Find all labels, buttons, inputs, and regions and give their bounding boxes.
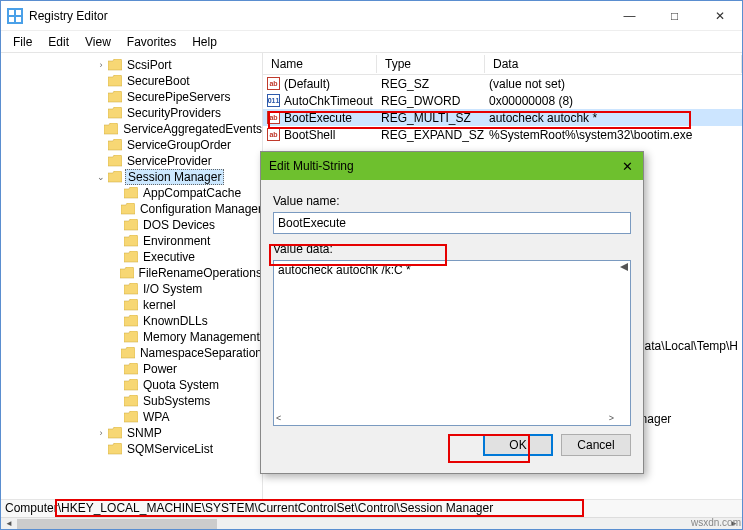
tree-item[interactable]: SecurityProviders	[1, 105, 262, 121]
tree-item[interactable]: Environment	[1, 233, 262, 249]
folder-icon	[123, 314, 139, 328]
col-type[interactable]: Type	[377, 55, 485, 73]
expand-icon[interactable]: ›	[95, 60, 107, 70]
value-icon: ab	[267, 111, 280, 124]
folder-icon	[123, 362, 139, 376]
tree-label: ScsiPort	[127, 58, 172, 72]
folder-icon	[107, 106, 123, 120]
folder-icon	[107, 170, 123, 184]
scroll-thumb[interactable]	[17, 519, 217, 529]
input-value-data[interactable]: autocheck autochk /k:C * < >	[273, 260, 631, 426]
tree-item[interactable]: DOS Devices	[1, 217, 262, 233]
tree-label: Session Manager	[125, 169, 224, 185]
value-name: (Default)	[284, 77, 330, 91]
value-type: REG_MULTI_SZ	[377, 111, 485, 125]
tree-item[interactable]: WPA	[1, 409, 262, 425]
tree-item[interactable]: ⌄Session Manager	[1, 169, 262, 185]
tree-item[interactable]: SecureBoot	[1, 73, 262, 89]
edit-multi-string-dialog: Edit Multi-String ✕ Value name: Value da…	[260, 151, 644, 474]
menubar: File Edit View Favorites Help	[1, 31, 742, 53]
folder-icon	[107, 58, 123, 72]
folder-icon	[123, 282, 139, 296]
col-name[interactable]: Name	[263, 55, 377, 73]
tree-item[interactable]: FileRenameOperations	[1, 265, 262, 281]
menu-favorites[interactable]: Favorites	[119, 33, 184, 51]
tree-item[interactable]: Memory Management	[1, 329, 262, 345]
value-type: REG_DWORD	[377, 94, 485, 108]
expand-icon[interactable]: ›	[95, 428, 107, 438]
tree-label: Power	[143, 362, 177, 376]
tree-item[interactable]: ServiceProvider	[1, 153, 262, 169]
folder-icon	[123, 394, 139, 408]
value-icon: 011	[267, 94, 280, 107]
list-row[interactable]: ab(Default)REG_SZ(value not set)	[263, 75, 742, 92]
tree-label: ServiceAggregatedEvents	[123, 122, 262, 136]
tree-item[interactable]: ServiceGroupOrder	[1, 137, 262, 153]
tree-label: SecurePipeServers	[127, 90, 230, 104]
scroll-left-icon[interactable]: ◄	[1, 518, 17, 530]
list-row[interactable]: abBootExecuteREG_MULTI_SZautocheck autoc…	[263, 109, 742, 126]
tree-item[interactable]: ›SNMP	[1, 425, 262, 441]
list-row[interactable]: 011AutoChkTimeoutREG_DWORD0x00000008 (8)	[263, 92, 742, 109]
folder-icon	[123, 186, 139, 200]
menu-edit[interactable]: Edit	[40, 33, 77, 51]
dialog-close-icon[interactable]: ✕	[619, 158, 635, 174]
tree-item[interactable]: AppCompatCache	[1, 185, 262, 201]
tree-label: Environment	[143, 234, 210, 248]
tree-label: DOS Devices	[143, 218, 215, 232]
tree-item[interactable]: KnownDLLs	[1, 313, 262, 329]
tree-label: KnownDLLs	[143, 314, 208, 328]
tree-label: SecurityProviders	[127, 106, 221, 120]
menu-view[interactable]: View	[77, 33, 119, 51]
tree-label: Configuration Manager	[140, 202, 262, 216]
dialog-title: Edit Multi-String	[269, 159, 619, 173]
tree-item[interactable]: SQMServiceList	[1, 441, 262, 457]
tree-item[interactable]: Power	[1, 361, 262, 377]
col-data[interactable]: Data	[485, 55, 742, 73]
ok-button[interactable]: OK	[483, 434, 553, 456]
tree-item[interactable]: SubSystems	[1, 393, 262, 409]
folder-icon	[120, 346, 136, 360]
folder-icon	[107, 90, 123, 104]
tree-item[interactable]: Configuration Manager	[1, 201, 262, 217]
tree-label: FileRenameOperations	[139, 266, 262, 280]
tree-label: NamespaceSeparation	[140, 346, 262, 360]
tree-label: SQMServiceList	[127, 442, 213, 456]
expand-icon[interactable]: ⌄	[95, 172, 107, 182]
minimize-button[interactable]: —	[607, 1, 652, 31]
tree-item[interactable]: NamespaceSeparation	[1, 345, 262, 361]
label-value-name: Value name:	[273, 194, 631, 208]
folder-icon	[123, 218, 139, 232]
svg-rect-1	[9, 10, 14, 15]
folder-icon	[120, 202, 136, 216]
folder-icon	[123, 378, 139, 392]
menu-help[interactable]: Help	[184, 33, 225, 51]
input-value-name[interactable]	[273, 212, 631, 234]
folder-icon	[107, 74, 123, 88]
maximize-button[interactable]: □	[652, 1, 697, 31]
folder-icon	[123, 410, 139, 424]
tree-label: I/O System	[143, 282, 202, 296]
value-name: AutoChkTimeout	[284, 94, 373, 108]
folder-icon	[107, 426, 123, 440]
tree-label: AppCompatCache	[143, 186, 241, 200]
tree-item[interactable]: ›ScsiPort	[1, 57, 262, 73]
dialog-titlebar[interactable]: Edit Multi-String ✕	[261, 152, 643, 180]
tree-item[interactable]: I/O System	[1, 281, 262, 297]
value-name: BootExecute	[284, 111, 352, 125]
list-row[interactable]: abBootShellREG_EXPAND_SZ%SystemRoot%\sys…	[263, 126, 742, 143]
hscrollbar[interactable]: ◄ ►	[1, 517, 742, 529]
value-icon: ab	[267, 77, 280, 90]
tree-item[interactable]: ServiceAggregatedEvents	[1, 121, 262, 137]
tree-item[interactable]: SecurePipeServers	[1, 89, 262, 105]
tree-pane[interactable]: ›ScsiPortSecureBootSecurePipeServersSecu…	[1, 53, 263, 499]
menu-file[interactable]: File	[5, 33, 40, 51]
tree-item[interactable]: kernel	[1, 297, 262, 313]
value-data: autocheck autochk *	[485, 111, 742, 125]
close-button[interactable]: ✕	[697, 1, 742, 31]
folder-icon	[123, 330, 139, 344]
tree-item[interactable]: Executive	[1, 249, 262, 265]
cancel-button[interactable]: Cancel	[561, 434, 631, 456]
tree-item[interactable]: Quota System	[1, 377, 262, 393]
folder-icon	[107, 442, 123, 456]
